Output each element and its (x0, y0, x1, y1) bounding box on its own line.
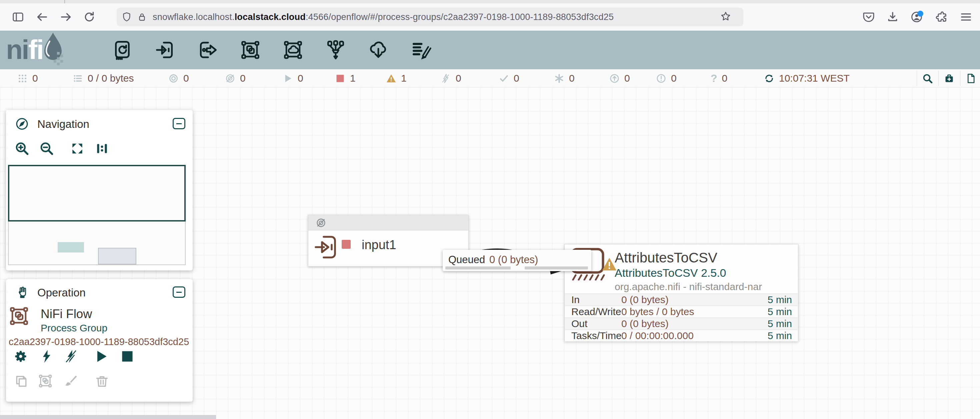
reload-icon[interactable] (83, 10, 96, 24)
collapse-navigation-button[interactable] (173, 118, 185, 129)
minimap-input-port (58, 242, 84, 252)
stat-window: 5 min (768, 306, 792, 317)
status-locally-modified-stale: 0 (656, 69, 677, 87)
enable-button[interactable] (39, 349, 54, 364)
input-port-component-icon[interactable] (155, 40, 175, 60)
flow-health-button[interactable] (939, 69, 959, 87)
zoom-out-button[interactable] (39, 141, 54, 156)
template-component-icon[interactable] (368, 40, 389, 60)
funnel-component-icon[interactable] (325, 40, 346, 60)
stat-row-tasks: Tasks/Time 0 / 00:00:00.000 5 min (565, 329, 798, 341)
component-toolbar (112, 31, 431, 69)
zoom-actual-button[interactable] (95, 141, 109, 156)
refresh-status: 10:07:31 WEST (764, 69, 850, 87)
status-value: 1 (401, 73, 407, 84)
stat-label: Tasks/Time (571, 330, 622, 341)
status-value: 0 (514, 73, 519, 84)
back-icon[interactable] (35, 10, 49, 24)
processor-type: AttributesToCSV 2.5.0 (615, 267, 726, 279)
minimap-viewport[interactable] (8, 165, 186, 222)
running-icon (283, 73, 293, 84)
stat-value: 0 / 00:00:00.000 (621, 330, 694, 341)
disable-button[interactable] (64, 349, 79, 364)
stopped-state-square (342, 240, 351, 249)
extensions-icon[interactable] (935, 10, 948, 24)
status-value: 0 (240, 73, 246, 84)
search-button[interactable] (917, 69, 938, 87)
refresh-icon[interactable] (764, 73, 774, 84)
status-stopped: 1 (335, 69, 356, 87)
minimap-processor (98, 248, 136, 265)
modified-stale-exclamation-icon (656, 73, 667, 84)
configure-button[interactable] (13, 349, 28, 364)
stat-label: Out (571, 318, 587, 329)
sidebar-toggle-icon[interactable] (11, 10, 25, 24)
status-value: 0 (671, 73, 677, 84)
shield-icon[interactable] (121, 12, 132, 22)
color-button[interactable] (63, 374, 78, 388)
queued-icon (73, 73, 83, 84)
output-port-component-icon[interactable] (197, 40, 218, 60)
processor-stats-table: In 0 (0 bytes) 5 min Read/Write 0 bytes … (565, 294, 798, 341)
connection-queue-label[interactable]: Queued 0 (0 bytes) (443, 250, 591, 271)
status-disabled: 0 (441, 69, 461, 87)
not-transmitting-icon (225, 73, 235, 84)
remote-process-group-component-icon[interactable] (283, 40, 303, 60)
group-button[interactable] (38, 374, 52, 388)
stat-row-readwrite: Read/Write 0 bytes / 0 bytes 5 min (565, 305, 798, 317)
status-running: 0 (283, 69, 303, 87)
status-value: 0 (722, 73, 728, 84)
browser-status-strip (0, 415, 216, 419)
documentation-button[interactable] (960, 69, 980, 87)
selection-id: c2aa2397-0198-1000-1189-88053df3cd25 (9, 336, 189, 348)
copy-button[interactable] (14, 374, 29, 388)
downloads-icon[interactable] (886, 10, 899, 24)
stat-value: 0 bytes / 0 bytes (621, 306, 694, 317)
process-group-component-icon[interactable] (240, 40, 261, 60)
refresh-time: 10:07:31 WEST (779, 73, 850, 84)
pocket-icon[interactable] (862, 10, 875, 24)
stat-label: In (571, 294, 580, 305)
status-stale: 0 (609, 69, 630, 87)
tab-divider (64, 0, 65, 3)
stat-window: 5 min (768, 330, 792, 341)
queue-size-bar (525, 267, 588, 270)
input-port-header (308, 215, 468, 230)
status-queued: 0 / 0 bytes (73, 69, 134, 87)
operation-title: Operation (37, 286, 86, 299)
lock-icon[interactable] (137, 12, 147, 22)
nifi-statusbar: 0 0 / 0 bytes 0 0 0 1 1 0 (0, 69, 980, 87)
operation-panel: Operation NiFi Flow Process Group c2aa23… (6, 279, 192, 402)
browser-menu-icon[interactable] (959, 10, 973, 24)
zoom-fit-button[interactable] (70, 141, 85, 156)
stat-window: 5 min (768, 318, 792, 329)
url-input[interactable]: snowflake.localhost.localstack.cloud:456… (117, 8, 743, 26)
start-button[interactable] (94, 349, 109, 364)
processor-name: AttributesToCSV (615, 250, 718, 266)
status-value: 0 / 0 bytes (88, 73, 134, 84)
selection-name: NiFi Flow (41, 307, 92, 321)
stale-up-arrow-icon (609, 73, 620, 84)
account-notification-dot (917, 11, 923, 17)
browser-tab-strip (0, 0, 980, 3)
stop-button[interactable] (120, 349, 135, 364)
status-value: 1 (350, 73, 356, 84)
status-value: 0 (32, 73, 38, 84)
nifi-logo: nifi (6, 33, 65, 67)
processor-bundle: org.apache.nifi - nifi-standard-nar (615, 281, 762, 292)
bookmark-star-icon[interactable] (720, 11, 731, 23)
status-transmitting: 0 (168, 69, 189, 87)
processor-component-icon[interactable] (112, 40, 133, 60)
processor-attributestocsv[interactable]: AttributesToCSV AttributesToCSV 2.5.0 or… (564, 244, 798, 341)
forward-icon[interactable] (59, 10, 73, 24)
queue-count-bar (445, 267, 511, 270)
label-component-icon[interactable] (410, 40, 431, 60)
url-text: snowflake.localhost.localstack.cloud:456… (153, 12, 614, 22)
hand-icon (15, 286, 29, 299)
delete-button[interactable] (95, 374, 109, 388)
zoom-in-button[interactable] (15, 141, 29, 156)
collapse-operation-button[interactable] (173, 286, 185, 298)
queued-text: Queued (448, 254, 485, 266)
status-value: 0 (624, 73, 630, 84)
birdseye-minimap[interactable] (8, 165, 186, 265)
